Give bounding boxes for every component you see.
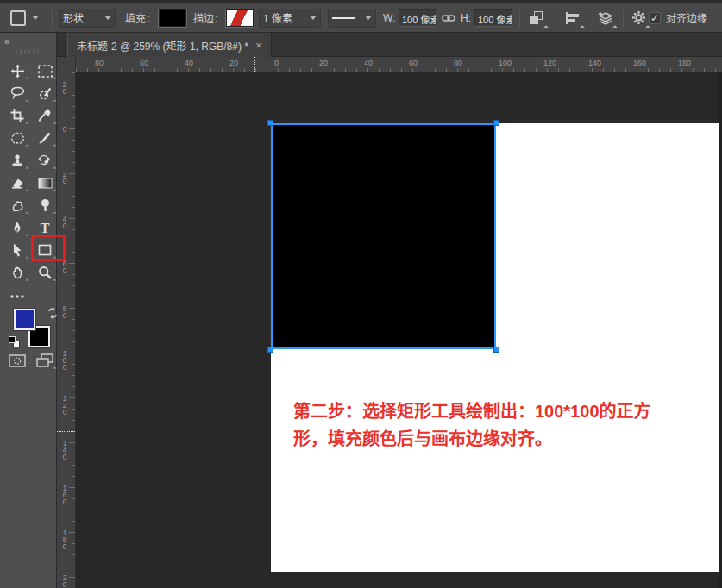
options-bar: 形状 填充： 描边： 1 像素 W: 100 像素 H: 100 像素 (0, 0, 722, 33)
ruler-tick (581, 68, 581, 72)
stroke-color-swatch[interactable] (226, 9, 254, 27)
ruler-tick (480, 68, 480, 72)
pen-tool[interactable] (5, 217, 29, 238)
link-dimensions-button[interactable] (442, 3, 455, 32)
ruler-label: 160 (60, 484, 69, 504)
healing-brush-tool[interactable] (5, 128, 29, 148)
ruler-tick (72, 386, 75, 387)
history-brush-tool[interactable] (33, 150, 57, 171)
anchor-handle-bottom-left[interactable] (267, 347, 273, 353)
zoom-icon (38, 266, 52, 279)
brush-icon (38, 131, 52, 145)
vertical-ruler[interactable]: 20020406080100120140160180200 (57, 72, 76, 588)
move-tool[interactable] (5, 60, 29, 81)
document-canvas[interactable]: 第二步：选择矩形工具绘制出：100*100的正方 形，填充颜色后与画布边缘对齐。 (271, 123, 719, 572)
ruler-tick (87, 68, 88, 72)
annotation-line-1: 第二步：选择矩形工具绘制出：100*100的正方 (293, 397, 692, 425)
quick-mask-icon (9, 354, 26, 367)
close-tab-icon[interactable]: × (255, 40, 262, 51)
tool-preset-button[interactable] (10, 3, 39, 32)
zoom-tool[interactable] (33, 262, 57, 283)
smudge-tool[interactable] (5, 195, 29, 216)
layer-stack-icon (598, 11, 613, 25)
height-input[interactable]: 100 像素 (474, 9, 512, 27)
canvas-viewport[interactable]: 第二步：选择矩形工具绘制出：100*100的正方 形，填充颜色后与画布边缘对齐。 (76, 72, 722, 588)
ruler-tick (637, 68, 637, 72)
ruler-tick (72, 140, 75, 141)
line-style-icon (332, 17, 355, 19)
ruler-tick (446, 68, 447, 72)
width-input[interactable]: 100 像素 (399, 9, 436, 27)
ruler-tick (72, 510, 75, 510)
more-tools-button[interactable] (5, 286, 29, 307)
default-colors-button[interactable] (9, 336, 20, 347)
ruler-tick (222, 68, 223, 72)
ruler-tick (188, 68, 189, 72)
screen-mode-icon (36, 353, 53, 367)
brush-tool[interactable] (33, 128, 57, 148)
chevron-down-icon (104, 16, 111, 20)
tool-flyout-icon (53, 122, 56, 125)
quick-mask-button[interactable] (5, 350, 29, 371)
shape-mode-select[interactable]: 形状 (59, 3, 116, 32)
dodge-tool[interactable] (33, 195, 57, 216)
ruler-tick (592, 68, 593, 72)
ruler-tick (300, 68, 301, 72)
ruler-tick (412, 68, 413, 72)
eyedropper-tool[interactable] (33, 105, 57, 126)
fill-color-swatch[interactable] (159, 9, 186, 27)
marquee-tool[interactable] (33, 60, 57, 81)
path-alignment-button[interactable] (562, 3, 583, 32)
eraser-tool[interactable] (5, 172, 29, 193)
ruler-label: 80 (60, 304, 69, 318)
quick-select-tool[interactable] (33, 83, 57, 103)
ruler-label: 20 (319, 59, 328, 67)
gear-icon (631, 10, 646, 25)
hand-tool[interactable] (5, 262, 29, 283)
checkbox-check-icon: ✓ (649, 12, 661, 24)
ruler-tick (502, 68, 503, 72)
anchor-handle-top-right[interactable] (493, 120, 499, 126)
cursor-position-marker (254, 57, 255, 72)
ruler-tick (648, 68, 649, 72)
ruler-tick (311, 68, 312, 72)
pen-icon (11, 221, 23, 235)
anchor-handle-top-left[interactable] (267, 120, 273, 126)
horizontal-ruler[interactable]: 80604020020406080100120140160180 (76, 57, 722, 72)
rectangle-shape-layer[interactable] (271, 123, 496, 349)
clone-stamp-tool[interactable] (5, 150, 29, 171)
align-edges-checkbox[interactable]: ✓ (649, 3, 661, 32)
tutorial-annotation-text: 第二步：选择矩形工具绘制出：100*100的正方 形，填充颜色后与画布边缘对齐。 (293, 397, 692, 453)
ruler-tick (715, 68, 716, 72)
foreground-color-swatch[interactable] (14, 309, 35, 330)
crop-tool[interactable] (5, 105, 29, 126)
document-tab[interactable]: 未标题-2 @ 259% (矩形 1, RGB/8#) * × (67, 33, 272, 57)
lasso-tool[interactable] (5, 83, 29, 103)
ruler-tick (132, 68, 133, 72)
ruler-tick (69, 308, 75, 309)
ruler-tick (367, 68, 368, 72)
path-arrangement-button[interactable] (595, 3, 616, 32)
stroke-width-select[interactable]: 1 像素 (259, 3, 321, 32)
chain-link-icon (442, 13, 455, 23)
path-selection-icon (12, 243, 22, 257)
ruler-tick (72, 162, 75, 163)
clone-stamp-icon (10, 153, 24, 167)
geometry-options-button[interactable] (628, 3, 649, 32)
ruler-tick (625, 68, 626, 72)
ruler-label: 40 (60, 215, 69, 228)
ruler-corner[interactable] (57, 57, 76, 72)
ruler-tick (244, 68, 245, 72)
path-operations-button[interactable] (526, 3, 547, 32)
window-edge (719, 72, 722, 588)
path-selection-tool[interactable] (5, 240, 29, 260)
gradient-tool[interactable] (33, 172, 57, 193)
collapse-panel-button[interactable]: « (4, 35, 10, 47)
screen-mode-button[interactable] (33, 350, 57, 371)
panel-grip[interactable] (16, 49, 41, 54)
shape-mode-value: 形状 (63, 10, 84, 25)
anchor-handle-bottom-right[interactable] (493, 347, 499, 353)
ruler-tick (267, 68, 267, 72)
stroke-style-select[interactable] (328, 3, 376, 32)
ruler-tick (72, 151, 75, 152)
